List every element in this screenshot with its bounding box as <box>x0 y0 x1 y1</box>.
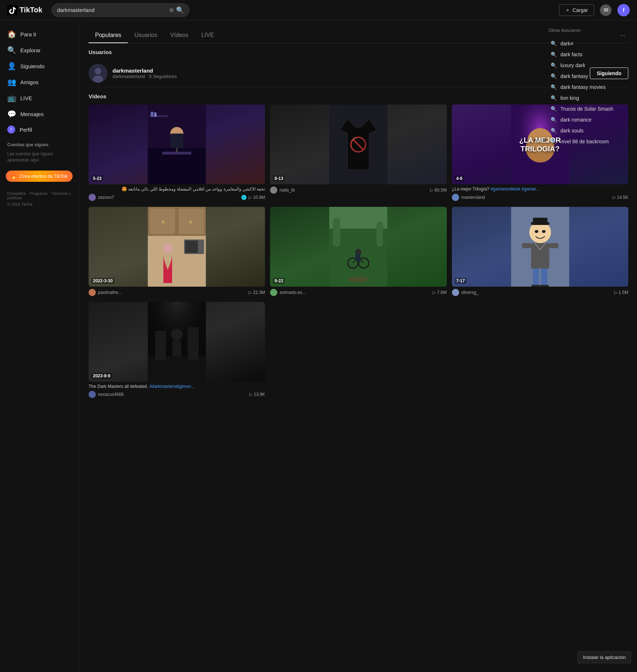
svg-rect-7 <box>151 112 154 117</box>
suggestion-s2[interactable]: 🔍 dark facts <box>548 49 631 60</box>
video-author-avatar-v7 <box>89 391 96 398</box>
suggestion-s4[interactable]: 🔍 dark fantasy <box>548 71 631 82</box>
create-effects-label: Crea efectos de TikTok <box>20 173 68 179</box>
svg-rect-45 <box>355 254 360 261</box>
footer-link-company[interactable]: Compañía <box>7 191 26 196</box>
tab-live[interactable]: LIVE <box>195 28 221 43</box>
user-avatar-button[interactable]: f <box>617 4 630 16</box>
video-card-v1[interactable]: 5-23 تحفة الاكشن والمغامرة وواحد من افلا… <box>89 105 265 202</box>
sidebar-item-mensajes[interactable]: 💬 Mensajes <box>0 106 79 122</box>
video-author-row-v2: naila_tb ▷ 80.5M <box>270 187 446 194</box>
user-card-avatar <box>89 64 107 83</box>
svg-rect-38 <box>376 221 383 247</box>
video-meta-v4: paulinathe... ▷ 22.3M <box>89 287 265 297</box>
video-views-v1: ▷ 10.9M <box>249 195 265 200</box>
video-desc-v7: The Dark Masters all defeated. #darkmast… <box>89 384 265 390</box>
sidebar-item-para-ti[interactable]: 🏠 Para ti <box>0 26 79 42</box>
user-handle: darkmasterland · 5 Seguidores <box>113 74 585 79</box>
messages-icon[interactable]: ✉ <box>600 4 612 16</box>
logo-text: TikTok <box>20 6 42 14</box>
thumb-art-v1 <box>89 105 265 184</box>
suggestion-s10[interactable]: 🔍 nivel 88 de backroom <box>548 136 631 147</box>
suggestion-text-s4: dark fantasy <box>560 73 588 79</box>
otros-title: Otros buscaron <box>548 28 631 33</box>
suggestion-text-s8: dark romance <box>560 117 592 123</box>
video-meta-v2: naila_tb ▷ 80.5M <box>270 184 446 194</box>
suggestion-text-s10: nivel 88 de backroom <box>560 139 609 144</box>
video-thumb-v1: 5-23 <box>89 105 265 184</box>
effects-icon: 🔥 <box>11 173 17 179</box>
live-icon: 📺 <box>7 94 16 102</box>
topbar-right: ＋ Cargar ✉ f <box>559 4 630 16</box>
hashtag-darkmaster[interactable]: #darkmastersdigimon... <box>149 384 195 389</box>
sidebar-item-siguiendo[interactable]: 👤 Siguiendo <box>0 58 79 74</box>
svg-point-3 <box>93 75 103 83</box>
search-sugg-icon-s5: 🔍 <box>551 84 557 90</box>
svg-rect-55 <box>531 285 540 287</box>
video-views-v2: ▷ 80.5M <box>430 188 446 193</box>
tab-populares[interactable]: Populares <box>89 28 128 43</box>
tab-usuarios[interactable]: Usuarios <box>128 28 164 43</box>
thumb-svg-v1 <box>89 105 265 184</box>
video-author-avatar-v3 <box>452 194 459 201</box>
hashtag-gamer[interactable]: #gamerentiktok #gamer... <box>490 187 539 192</box>
video-thumb-v5: 9-22 <box>270 207 446 287</box>
video-date-v1: 5-23 <box>91 176 103 181</box>
video-date-v3: 4-8 <box>455 176 464 181</box>
sidebar: 🏠 Para ti 🔍 Explorar 👤 Siguiendo 👥 Amigo… <box>0 20 80 672</box>
video-author-name-v2: naila_tb <box>279 188 428 193</box>
suggestion-s5[interactable]: 🔍 dark fantasy movies <box>548 82 631 93</box>
suggestion-s1[interactable]: 🔍 dark≡ <box>548 38 631 49</box>
video-thumb-v2: 🚫 8-13 <box>270 105 446 184</box>
tab-videos[interactable]: Vídeos <box>164 28 195 43</box>
sidebar-item-live[interactable]: 📺 LIVE <box>0 90 79 106</box>
sidebar-label-siguiendo: Siguiendo <box>20 63 45 69</box>
video-views-v4: ▷ 22.3M <box>249 290 265 295</box>
logo[interactable]: TikTok <box>7 5 47 15</box>
suggestion-s3[interactable]: 🔍 luxury dark <box>548 60 631 71</box>
suggestion-text-s5: dark fantasy movies <box>560 84 606 90</box>
sidebar-item-explorar[interactable]: 🔍 Explorar <box>0 42 79 58</box>
create-effects-button[interactable]: 🔥 Crea efectos de TikTok <box>6 171 73 182</box>
install-app-button[interactable]: Instalar la aplicación <box>577 651 631 663</box>
suggestion-s7[interactable]: 🔍 Trucos de Solar Smash <box>548 103 631 114</box>
svg-rect-37 <box>333 218 340 247</box>
plus-icon: ＋ <box>565 7 570 13</box>
svg-point-50 <box>535 230 538 233</box>
clear-icon[interactable]: ⊗ <box>169 7 174 13</box>
search-sugg-icon-s7: 🔍 <box>551 106 557 112</box>
svg-point-30 <box>189 221 192 224</box>
video-card-v2[interactable]: 🚫 8-13 naila_tb ▷ 80.5M <box>270 105 446 202</box>
search-sugg-icon-s4: 🔍 <box>551 73 557 79</box>
suggestion-s9[interactable]: 🔍 dark souls <box>548 125 631 136</box>
video-card-v7[interactable]: 2023-8-9 The Dark Masters all defeated. … <box>89 302 265 399</box>
video-card-v5[interactable]: 9-22 animado.es... ▷ 7.6M <box>270 207 446 297</box>
content-blocked-icon: 🚫 <box>349 136 367 153</box>
user-name: darkmasterland <box>113 67 585 74</box>
search-sugg-icon-s9: 🔍 <box>551 128 557 134</box>
video-author-avatar-v2 <box>270 187 277 194</box>
search-bar[interactable]: ⊗ 🔍 <box>52 3 189 17</box>
suggestion-s6[interactable]: 🔍 lion king <box>548 93 631 103</box>
thumb-art-v2: 🚫 <box>270 105 446 184</box>
video-meta-v1: تحفة الاكشن والمغامرة وواحد من افلامي ال… <box>89 184 265 202</box>
search-icon[interactable]: 🔍 <box>176 6 184 14</box>
video-desc-v1: تحفة الاكشن والمغامرة وواحد من افلامي ال… <box>89 187 265 192</box>
svg-rect-13 <box>170 134 183 148</box>
video-author-name-v4: paulinathe... <box>98 290 246 295</box>
sidebar-label-para-ti: Para ti <box>20 31 36 37</box>
video-views-v7: ▷ 13.9K <box>249 392 265 397</box>
video-author-avatar-v1 <box>89 194 96 201</box>
right-sidebar: Otros buscaron 🔍 dark≡ 🔍 dark facts 🔍 lu… <box>543 20 637 672</box>
suggestion-s8[interactable]: 🔍 dark romance <box>548 114 631 125</box>
search-sugg-icon-s2: 🔍 <box>551 52 557 57</box>
suggestion-text-s7: Trucos de Solar Smash <box>560 106 613 112</box>
search-input[interactable] <box>57 7 169 13</box>
video-card-v4[interactable]: 2022-3-30 paulinathe... ▷ 22.3M <box>89 207 265 297</box>
sidebar-item-perfil[interactable]: f Perfil <box>0 122 79 137</box>
footer-link-program[interactable]: Programa <box>30 191 47 196</box>
sidebar-item-amigos[interactable]: 👥 Amigos <box>0 74 79 90</box>
following-icon: 👤 <box>7 62 16 70</box>
messages-nav-icon: 💬 <box>7 110 16 118</box>
upload-button[interactable]: ＋ Cargar <box>559 4 594 16</box>
